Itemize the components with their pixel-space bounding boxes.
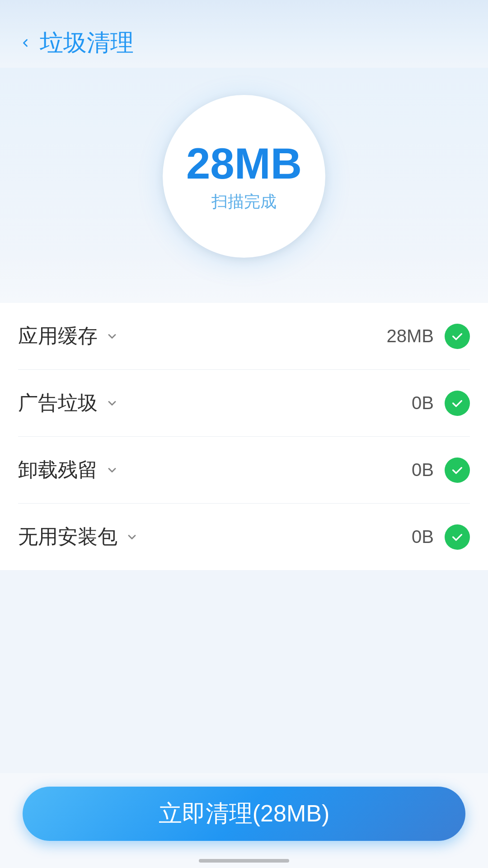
item-right-app-cache: 28MB — [387, 324, 470, 349]
bottom-action-area: 立即清理(28MB) — [0, 773, 488, 868]
chevron-down-icon-useless-packages[interactable] — [125, 530, 139, 544]
item-left-uninstall-residue: 卸载残留 — [18, 457, 119, 483]
list-item-uninstall-residue[interactable]: 卸载残留 0B — [18, 437, 470, 504]
list-item-app-cache[interactable]: 应用缓存 28MB — [18, 303, 470, 370]
back-button[interactable] — [18, 36, 33, 50]
check-icon-app-cache[interactable] — [445, 324, 470, 349]
scan-status: 扫描完成 — [211, 191, 277, 213]
item-right-ad-junk: 0B — [412, 391, 470, 416]
total-size: 28MB — [186, 140, 302, 188]
list-item-useless-packages[interactable]: 无用安装包 0B — [18, 504, 470, 570]
header: 垃圾清理 — [0, 0, 488, 68]
home-indicator — [199, 859, 289, 863]
item-left-ad-junk: 广告垃圾 — [18, 390, 119, 416]
useless-packages-label: 无用安装包 — [18, 524, 117, 550]
uninstall-residue-label: 卸载残留 — [18, 457, 98, 483]
chevron-down-icon-app-cache[interactable] — [105, 329, 119, 344]
ad-junk-label: 广告垃圾 — [18, 390, 98, 416]
item-left-app-cache: 应用缓存 — [18, 323, 119, 349]
hero-section: 28MB 扫描完成 — [0, 68, 488, 303]
page-title: 垃圾清理 — [40, 27, 134, 59]
chevron-down-icon-ad-junk[interactable] — [105, 396, 119, 410]
chevron-down-icon-uninstall-residue[interactable] — [105, 463, 119, 477]
clean-now-button[interactable]: 立即清理(28MB) — [23, 787, 465, 841]
uninstall-residue-size: 0B — [412, 460, 434, 480]
back-icon — [18, 36, 33, 50]
item-right-useless-packages: 0B — [412, 524, 470, 550]
ad-junk-size: 0B — [412, 393, 434, 413]
app-cache-size: 28MB — [387, 326, 434, 346]
useless-packages-size: 0B — [412, 527, 434, 547]
list-item-ad-junk[interactable]: 广告垃圾 0B — [18, 370, 470, 437]
check-icon-useless-packages[interactable] — [445, 524, 470, 550]
app-cache-label: 应用缓存 — [18, 323, 98, 349]
item-left-useless-packages: 无用安装包 — [18, 524, 139, 550]
item-right-uninstall-residue: 0B — [412, 458, 470, 483]
check-icon-uninstall-residue[interactable] — [445, 458, 470, 483]
check-icon-ad-junk[interactable] — [445, 391, 470, 416]
scan-result-circle: 28MB 扫描完成 — [163, 95, 325, 258]
junk-list: 应用缓存 28MB 广告垃圾 — [0, 303, 488, 570]
